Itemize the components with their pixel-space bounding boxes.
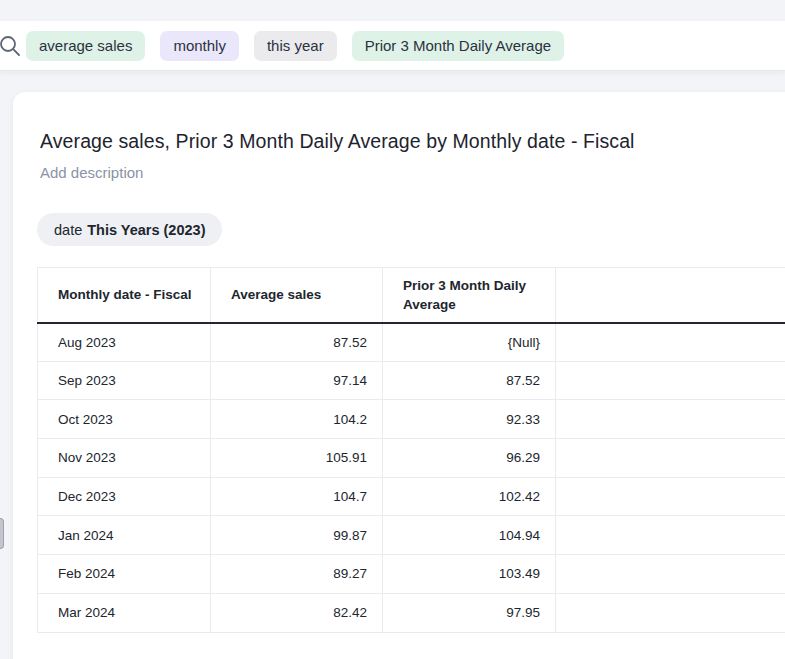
results-table: Monthly date - Fiscal Average sales Prio… bbox=[37, 267, 785, 633]
table-row: Nov 2023 105.91 96.29 bbox=[38, 439, 785, 478]
prior-3-month-cell: 103.49 bbox=[383, 555, 556, 594]
table-row: Mar 2024 82.42 97.95 bbox=[38, 593, 785, 632]
search-token-monthly[interactable]: monthly bbox=[160, 31, 239, 61]
prior-3-month-cell: 104.94 bbox=[383, 516, 556, 555]
average-sales-cell: 82.42 bbox=[211, 593, 383, 632]
table-row: Aug 2023 87.52 {Null} bbox=[38, 323, 785, 362]
average-sales-cell: 99.87 bbox=[211, 516, 383, 555]
filter-value-label: This Years (2023) bbox=[87, 222, 205, 238]
average-sales-cell: 87.52 bbox=[211, 323, 383, 362]
column-header-monthly-date-fiscal[interactable]: Monthly date - Fiscal bbox=[38, 268, 211, 323]
filter-field-label: date bbox=[54, 222, 82, 238]
empty-cell bbox=[556, 361, 785, 400]
page-title[interactable]: Average sales, Prior 3 Month Daily Avera… bbox=[40, 130, 785, 153]
empty-cell bbox=[556, 555, 785, 594]
empty-cell bbox=[556, 477, 785, 516]
table-row: Feb 2024 89.27 103.49 bbox=[38, 555, 785, 594]
month-cell: Sep 2023 bbox=[38, 361, 211, 400]
search-token-this-year[interactable]: this year bbox=[254, 31, 337, 61]
app-root: { "search": { "tokens": [ { "label": "av… bbox=[0, 0, 785, 659]
average-sales-cell: 97.14 bbox=[211, 361, 383, 400]
average-sales-cell: 89.27 bbox=[211, 555, 383, 594]
table-row: Sep 2023 97.14 87.52 bbox=[38, 361, 785, 400]
month-cell: Jan 2024 bbox=[38, 516, 211, 555]
search-token-average-sales[interactable]: average sales bbox=[26, 31, 145, 61]
answer-card: Average sales, Prior 3 Month Daily Avera… bbox=[13, 92, 785, 659]
prior-3-month-cell: 102.42 bbox=[383, 477, 556, 516]
table-row: Jan 2024 99.87 104.94 bbox=[38, 516, 785, 555]
left-scrollbar-thumb[interactable] bbox=[0, 518, 4, 549]
table-row: Dec 2023 104.7 102.42 bbox=[38, 477, 785, 516]
empty-cell bbox=[556, 593, 785, 632]
table-header-row: Monthly date - Fiscal Average sales Prio… bbox=[38, 268, 785, 323]
date-filter-chip[interactable]: date This Years (2023) bbox=[37, 213, 222, 246]
search-bar[interactable]: average sales monthly this year Prior 3 … bbox=[0, 21, 785, 70]
search-icon bbox=[0, 35, 21, 57]
prior-3-month-cell: 87.52 bbox=[383, 361, 556, 400]
top-strip bbox=[0, 0, 785, 21]
column-header-average-sales[interactable]: Average sales bbox=[211, 268, 383, 323]
month-cell: Aug 2023 bbox=[38, 323, 211, 362]
empty-cell bbox=[556, 323, 785, 362]
month-cell: Mar 2024 bbox=[38, 593, 211, 632]
add-description-button[interactable]: Add description bbox=[40, 164, 785, 181]
month-cell: Feb 2024 bbox=[38, 555, 211, 594]
prior-3-month-cell: 97.95 bbox=[383, 593, 556, 632]
table-row: Oct 2023 104.2 92.33 bbox=[38, 400, 785, 439]
column-header-prior-3-month-daily-average[interactable]: Prior 3 Month Daily Average bbox=[383, 268, 556, 323]
month-cell: Dec 2023 bbox=[38, 477, 211, 516]
empty-cell bbox=[556, 400, 785, 439]
prior-3-month-cell: 92.33 bbox=[383, 400, 556, 439]
empty-cell bbox=[556, 439, 785, 478]
empty-cell bbox=[556, 516, 785, 555]
results-table-container: Monthly date - Fiscal Average sales Prio… bbox=[37, 267, 785, 633]
search-token-prior-3-month-daily-average[interactable]: Prior 3 Month Daily Average bbox=[352, 31, 564, 61]
month-cell: Nov 2023 bbox=[38, 439, 211, 478]
prior-3-month-cell: {Null} bbox=[383, 323, 556, 362]
prior-3-month-cell: 96.29 bbox=[383, 439, 556, 478]
average-sales-cell: 104.2 bbox=[211, 400, 383, 439]
average-sales-cell: 105.91 bbox=[211, 439, 383, 478]
column-header-empty bbox=[556, 268, 785, 323]
average-sales-cell: 104.7 bbox=[211, 477, 383, 516]
month-cell: Oct 2023 bbox=[38, 400, 211, 439]
